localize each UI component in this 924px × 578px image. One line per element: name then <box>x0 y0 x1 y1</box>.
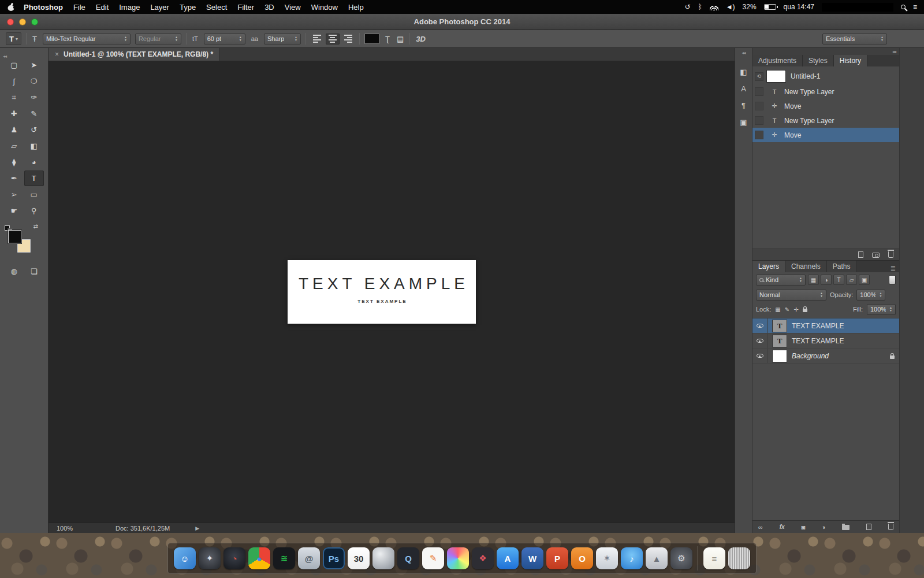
font-size-select[interactable]: 60 pt ▲▼ <box>204 34 245 45</box>
screen-mode-button[interactable]: ❏ <box>24 264 44 279</box>
rectangular-marquee-tool[interactable]: ▢ <box>4 57 24 73</box>
filter-kind-select[interactable]: Kind ▲▼ <box>756 275 806 286</box>
layer-thumbnail[interactable]: T <box>773 335 787 347</box>
lock-position-icon[interactable]: ✛ <box>793 306 798 313</box>
document-tab[interactable]: × Untitled-1 @ 100% (TEXT EXAMPLE, RGB/8… <box>49 48 220 61</box>
blur-tool[interactable]: ⧫ <box>4 154 24 170</box>
minimize-window-button[interactable] <box>19 18 26 25</box>
layer-visibility-toggle[interactable] <box>752 318 767 333</box>
itunes[interactable]: ♪ <box>621 547 643 569</box>
align-left-button[interactable] <box>311 34 325 45</box>
time-machine-icon[interactable]: ↺ <box>684 3 690 11</box>
healing-brush-tool[interactable]: ✚ <box>4 106 24 121</box>
3d-panel-icon[interactable]: ▣ <box>737 116 750 128</box>
delete-layer-button[interactable] <box>888 522 893 532</box>
warp-text-icon[interactable]: Ʈ <box>384 35 391 43</box>
view[interactable]: View <box>280 3 306 12</box>
rectangle-tool[interactable]: ▭ <box>24 187 44 202</box>
adjustments[interactable]: Adjustments <box>752 55 803 66</box>
history[interactable]: History <box>834 55 867 66</box>
font-style-select[interactable]: Regular ▲▼ <box>135 34 181 45</box>
history-source-well[interactable] <box>755 131 763 139</box>
character-panel-icon[interactable]: A <box>737 82 750 95</box>
history-source-well[interactable] <box>755 102 763 110</box>
pixelmator[interactable]: ❖ <box>472 547 494 569</box>
crop-tool[interactable]: ⌗ <box>4 90 24 105</box>
close-window-button[interactable] <box>7 18 14 25</box>
quicktime[interactable]: Q <box>397 547 419 569</box>
word[interactable]: W <box>521 547 543 569</box>
history-state-row[interactable]: ✛ Move <box>752 99 899 113</box>
anti-alias-select[interactable]: Sharp ▲▼ <box>264 34 301 45</box>
filter-shape-layers-icon[interactable]: ▱ <box>846 275 857 285</box>
history-brush-tool[interactable]: ↺ <box>24 122 44 138</box>
chrome[interactable]: ● <box>248 547 270 569</box>
collapse-panels-icon[interactable]: ◂◂ <box>892 49 896 54</box>
user-name-redacted[interactable] <box>822 3 893 12</box>
bluetooth-icon[interactable]: ᛒ <box>698 3 702 11</box>
font-family-select[interactable]: Milo-Text Regular ▲▼ <box>43 34 131 45</box>
textedit[interactable]: ≡ <box>703 547 725 569</box>
menu-clock[interactable]: qua 14:47 <box>784 3 814 11</box>
office[interactable]: O <box>571 547 593 569</box>
filter[interactable]: Filter <box>232 3 259 12</box>
layer[interactable]: Layer <box>145 3 174 12</box>
finder[interactable]: ☺ <box>174 547 196 569</box>
itunes-store[interactable]: ✶ <box>596 547 618 569</box>
image[interactable]: Image <box>114 3 145 12</box>
channels[interactable]: Channels <box>785 261 827 272</box>
pen-tool[interactable]: ✒ <box>4 171 24 186</box>
window[interactable]: Window <box>306 3 343 12</box>
layer-row[interactable]: T TEXT EXAMPLE <box>752 334 899 349</box>
delete-state-button[interactable] <box>888 250 893 260</box>
layer-thumbnail[interactable]: T <box>773 320 787 332</box>
move-tool[interactable]: ➤ <box>24 57 44 73</box>
history-source-well[interactable]: ⟲ <box>755 72 763 81</box>
snapshot-thumbnail[interactable] <box>766 70 786 83</box>
type-tool[interactable]: T <box>24 171 44 186</box>
firefox[interactable] <box>372 547 394 569</box>
history-state-row[interactable]: T New Type Layer <box>752 113 899 128</box>
launchpad[interactable]: ✦ <box>199 547 221 569</box>
spotify[interactable]: ≋ <box>273 547 295 569</box>
select[interactable]: Select <box>201 3 232 12</box>
trash[interactable] <box>728 547 750 569</box>
layer-visibility-toggle[interactable] <box>752 334 767 348</box>
wifi-icon[interactable] <box>710 4 718 10</box>
app-store[interactable]: A <box>497 547 519 569</box>
rocket-app[interactable]: ▲ <box>646 547 668 569</box>
layer-visibility-toggle[interactable] <box>752 349 767 363</box>
layer-filter-toggle[interactable] <box>889 275 896 284</box>
canvas[interactable]: TEXT EXAMPLE TEXT EXAMPLE <box>49 61 735 523</box>
zoom-tool[interactable]: ⚲ <box>24 203 44 218</box>
apple-menu[interactable] <box>7 2 15 12</box>
layer-thumbnail[interactable] <box>773 350 787 362</box>
document-artboard[interactable]: TEXT EXAMPLE TEXT EXAMPLE <box>288 260 476 324</box>
filter-pixel-layers-icon[interactable]: ▦ <box>808 275 819 285</box>
lasso-tool[interactable]: ʃ <box>4 73 24 89</box>
workspace-select[interactable]: Essentials ▲▼ <box>822 34 887 45</box>
adjustments-panel-icon[interactable]: ◧ <box>737 65 750 78</box>
expand-panels-icon[interactable]: ◂◂ <box>742 50 745 55</box>
3d-mode-icon[interactable]: 3D <box>415 35 427 43</box>
new-group-button[interactable] <box>842 522 850 532</box>
new-document-from-state-button[interactable] <box>858 250 863 260</box>
layer-style-button[interactable]: fx <box>780 524 785 530</box>
lock-transparent-pixels-icon[interactable]: ▦ <box>775 306 780 313</box>
tool-preset-picker[interactable]: T ▾ <box>6 32 21 45</box>
styles[interactable]: Styles <box>803 55 834 66</box>
spotlight-icon[interactable] <box>901 5 906 9</box>
close-tab-icon[interactable]: × <box>55 50 59 58</box>
history-snapshot-row[interactable]: ⟲ Untitled-1 <box>752 68 899 84</box>
history-source-well[interactable] <box>755 116 763 125</box>
eyedropper-tool[interactable]: ✑ <box>24 90 44 105</box>
layer-row[interactable]: T TEXT EXAMPLE <box>752 318 899 334</box>
paragraph-panel-icon[interactable]: ¶ <box>737 99 750 112</box>
align-right-button[interactable] <box>341 34 355 45</box>
layer-row[interactable]: Background <box>752 349 899 364</box>
mail[interactable]: @ <box>298 547 320 569</box>
quick-mask-mode-button[interactable]: ◍ <box>4 264 24 279</box>
opacity-select[interactable]: 100% ▲▼ <box>856 290 885 301</box>
foreground-color-swatch[interactable] <box>8 230 21 243</box>
text-color-swatch[interactable] <box>364 34 379 44</box>
